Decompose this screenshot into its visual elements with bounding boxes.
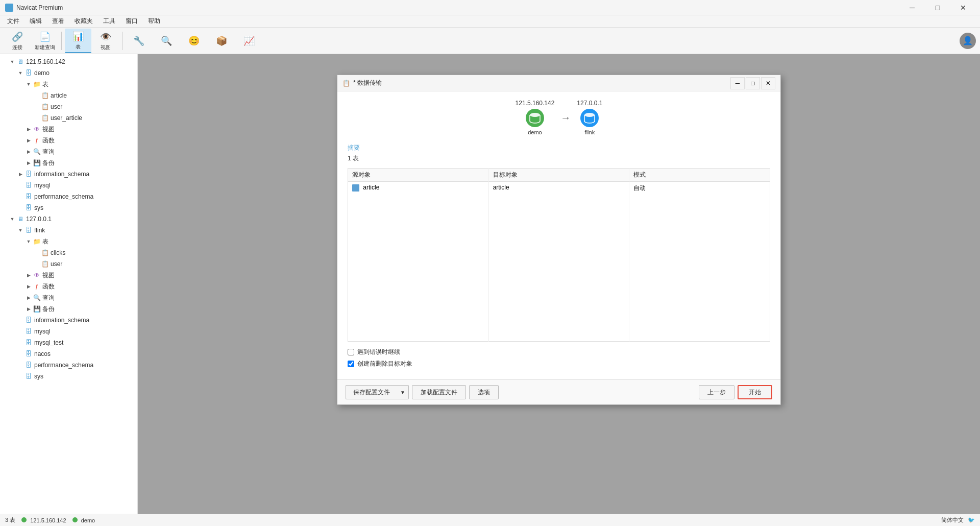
maximize-button[interactable]: □ — [926, 0, 949, 15]
modal-title: 📋 * 数据传输 — [342, 79, 382, 87]
table-header-row: 源对象 目标对象 模式 — [348, 169, 770, 182]
sidebar-item-perf-schema-1[interactable]: 🗄 performance_schema — [0, 191, 137, 202]
sidebar-item-user-article[interactable]: 📋 user_article — [0, 112, 137, 124]
sidebar-item-article[interactable]: 📋 article — [0, 90, 137, 101]
save-config-group: 保存配置文件 ▼ — [346, 385, 409, 399]
prev-button[interactable]: 上一步 — [699, 385, 734, 399]
other-btn-5[interactable]: 📈 — [236, 29, 262, 53]
flink-views-label: 视图 — [42, 271, 55, 280]
sidebar-item-perf-schema-2[interactable]: 🗄 performance_schema — [0, 360, 137, 371]
sidebar-item-flink-tables[interactable]: ▼ 📁 表 — [0, 236, 137, 247]
transfer-destination: 127.0.0.1 flink — [577, 100, 602, 135]
save-config-dropdown[interactable]: ▼ — [397, 385, 409, 399]
menu-view[interactable]: 查看 — [47, 15, 69, 28]
other-btn-2[interactable]: 🔍 — [153, 29, 180, 53]
modal-close-button[interactable]: ✕ — [761, 77, 775, 89]
sidebar-item-tables-folder[interactable]: ▼ 📁 表 — [0, 79, 137, 90]
new-query-button[interactable]: 📄 新建查询 — [32, 29, 58, 53]
sidebar-item-mysql-test[interactable]: 🗄 mysql_test — [0, 337, 137, 348]
sidebar-item-connection2[interactable]: ▼ 🖥 127.0.0.1 — [0, 213, 137, 225]
flink-queries-icon: 🔍 — [33, 294, 41, 302]
modal-footer: 保存配置文件 ▼ 加载配置文件 选项 上一步 开始 — [337, 379, 780, 404]
options-button[interactable]: 选项 — [469, 385, 499, 399]
col-dst-object: 目标对象 — [488, 169, 629, 182]
toolbar-separator2 — [122, 32, 122, 50]
toggle-flink-tables: ▼ — [24, 237, 33, 246]
menu-tools[interactable]: 工具 — [98, 15, 120, 28]
menu-edit[interactable]: 编辑 — [24, 15, 47, 28]
user-article-label: user_article — [51, 114, 82, 122]
sidebar-item-demo[interactable]: ▼ 🗄 demo — [0, 67, 137, 79]
other-btn-4[interactable]: 📦 — [208, 29, 235, 53]
avatar[interactable]: 👤 — [960, 33, 976, 49]
sidebar-item-sys-2[interactable]: 🗄 sys — [0, 371, 137, 382]
other-btn-3[interactable]: 😊 — [181, 29, 207, 53]
transfer-table: 源对象 目标对象 模式 article artic — [348, 168, 770, 342]
modal-minimize-button[interactable]: ─ — [730, 77, 745, 89]
close-button[interactable]: ✕ — [951, 0, 975, 15]
demo-label: demo — [34, 69, 50, 77]
views-icon: 👁 — [33, 125, 41, 133]
mysql-test-label: mysql_test — [34, 339, 63, 346]
menu-favorites[interactable]: 收藏夹 — [69, 15, 98, 28]
menu-help[interactable]: 帮助 — [143, 15, 165, 28]
ps2-icon: 🗄 — [24, 361, 33, 369]
content-area: 📋 * 数据传输 ─ □ ✕ 121.5.160.142 — [138, 54, 980, 526]
modal-overlay: 📋 * 数据传输 ─ □ ✕ 121.5.160.142 — [138, 54, 980, 526]
funcs-icon: ƒ — [33, 136, 41, 145]
user-article-icon: 📋 — [41, 114, 49, 122]
sidebar-item-funcs[interactable]: ▶ ƒ 函数 — [0, 135, 137, 146]
funcs-label: 函数 — [42, 136, 55, 145]
menu-file[interactable]: 文件 — [2, 15, 24, 28]
sidebar-item-information-schema-1[interactable]: ▶ 🗄 information_schema — [0, 169, 137, 180]
view-label: 视图 — [101, 44, 111, 51]
sidebar-item-information-schema-2[interactable]: 🗄 information_schema — [0, 315, 137, 326]
toggle-flink-queries: ▶ — [24, 294, 33, 302]
sidebar-item-flink[interactable]: ▼ 🗄 flink — [0, 225, 137, 236]
article-icon: 📋 — [41, 91, 49, 100]
sidebar-item-views[interactable]: ▶ 👁 视图 — [0, 124, 137, 135]
backups-icon: 💾 — [33, 159, 41, 167]
sidebar-item-backups[interactable]: ▶ 💾 备份 — [0, 157, 137, 169]
toggle-user-article — [33, 114, 41, 122]
sidebar-item-queries[interactable]: ▶ 🔍 查询 — [0, 146, 137, 157]
toggle-nacos — [16, 350, 24, 358]
connect-button[interactable]: 🔗 连接 — [4, 29, 31, 53]
src-object-value: article — [363, 184, 379, 191]
other-btn-1[interactable]: 🔧 — [126, 29, 152, 53]
toolbar-right: 👤 — [960, 33, 976, 49]
sidebar-item-connection1[interactable]: ▼ 🖥 121.5.160.142 — [0, 56, 137, 67]
mode-cell: 自动 — [629, 182, 770, 342]
sidebar-item-flink-user[interactable]: 📋 user — [0, 258, 137, 270]
status-right: 简体中文 🐦 — [941, 516, 975, 524]
app-icon — [5, 4, 13, 12]
sidebar-item-nacos[interactable]: 🗄 nacos — [0, 348, 137, 360]
menu-window[interactable]: 窗口 — [120, 15, 143, 28]
toggle-is2 — [16, 316, 24, 324]
minimize-button[interactable]: ─ — [900, 0, 924, 15]
sidebar-item-flink-queries[interactable]: ▶ 🔍 查询 — [0, 292, 137, 303]
checkbox-delete-before-create[interactable] — [348, 361, 354, 367]
view-button[interactable]: 👁️ 视图 — [92, 29, 119, 53]
toggle-views: ▶ — [24, 125, 33, 133]
clicks-label: clicks — [51, 249, 65, 256]
toggle-tables: ▼ — [24, 80, 33, 88]
sidebar-item-mysql-2[interactable]: 🗄 mysql — [0, 326, 137, 337]
flink-backups-label: 备份 — [42, 305, 55, 314]
checkbox-continue-label: 遇到错误时继续 — [357, 348, 400, 356]
sidebar-item-flink-backups[interactable]: ▶ 💾 备份 — [0, 303, 137, 315]
sidebar-item-flink-views[interactable]: ▶ 👁 视图 — [0, 270, 137, 281]
table-button[interactable]: 📊 表 — [65, 29, 91, 53]
sidebar-item-flink-funcs[interactable]: ▶ ƒ 函数 — [0, 281, 137, 292]
modal-maximize-button[interactable]: □ — [746, 77, 760, 89]
sidebar-item-clicks[interactable]: 📋 clicks — [0, 247, 137, 258]
checkbox-continue-on-error[interactable] — [348, 349, 354, 355]
toggle-flink: ▼ — [16, 226, 24, 234]
sidebar-item-sys-1[interactable]: 🗄 sys — [0, 202, 137, 213]
sidebar-item-mysql-1[interactable]: 🗄 mysql — [0, 180, 137, 191]
toggle-flink-user — [33, 260, 41, 268]
save-config-button[interactable]: 保存配置文件 — [346, 385, 397, 399]
load-config-button[interactable]: 加载配置文件 — [412, 385, 466, 399]
sidebar-item-user[interactable]: 📋 user — [0, 101, 137, 112]
start-button[interactable]: 开始 — [738, 385, 772, 399]
